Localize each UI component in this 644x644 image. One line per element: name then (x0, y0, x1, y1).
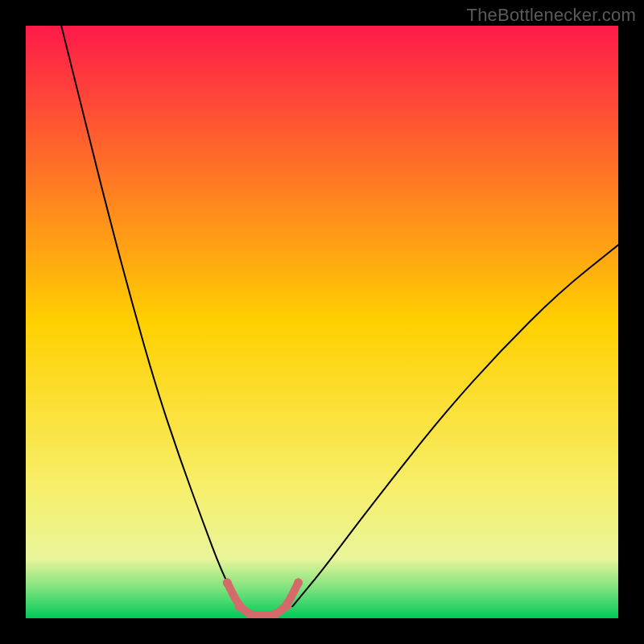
svg-point-1 (234, 602, 243, 611)
svg-point-5 (282, 602, 291, 611)
bottleneck-chart (26, 26, 618, 618)
chart-frame (26, 26, 618, 618)
watermark-text: TheBottlenecker.com (467, 5, 636, 26)
svg-point-6 (294, 578, 303, 587)
svg-point-0 (223, 578, 232, 587)
